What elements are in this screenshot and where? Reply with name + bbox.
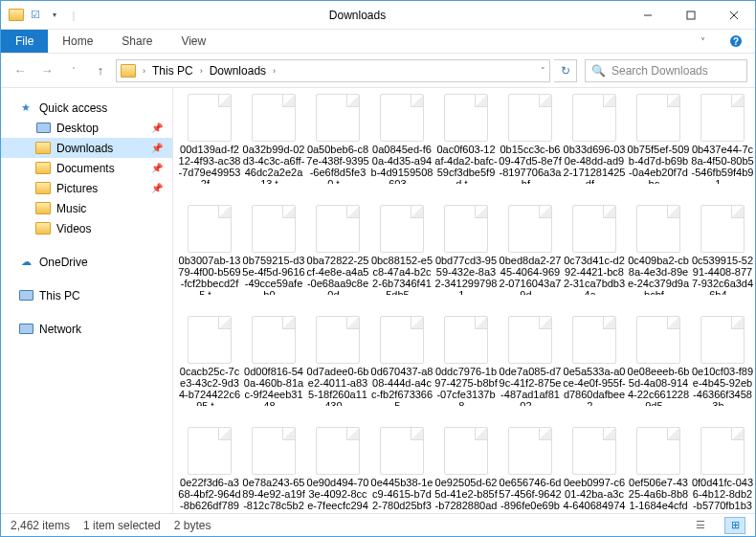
breadcrumb-root[interactable]: This PC (150, 64, 195, 78)
tab-share[interactable]: Share (107, 30, 167, 53)
chevron-right-icon[interactable]: › (197, 66, 206, 76)
file-icon (636, 94, 680, 142)
file-item[interactable]: 0b3007ab-1379-4f00-b569-fcf2bbecd2f5.t..… (179, 205, 240, 295)
sidebar-item-network[interactable]: Network (1, 319, 172, 339)
file-label: 0e5a533a-a0ce-4e0f-955f-d7860dafbee2... (563, 366, 626, 406)
file-item[interactable]: 0d00f816-540a-460b-81ac-9f24eeb3148... (243, 316, 304, 406)
up-button[interactable]: ↑ (89, 59, 112, 82)
view-details-button[interactable]: ☰ (690, 517, 711, 534)
sidebar-item-pictures[interactable]: Pictures📌 (1, 178, 172, 198)
sidebar-item-thispc[interactable]: This PC (1, 285, 172, 305)
tab-view[interactable]: View (167, 30, 220, 53)
file-item[interactable]: 0b15cc3c-b609-47d5-8e7f-8197706a3abf... (500, 94, 561, 184)
file-item[interactable]: 0a50beb6-c87e-438f-9395-6e6f8d5fe30.t... (307, 94, 368, 184)
sidebar-item-videos[interactable]: Videos (1, 218, 172, 238)
file-icon (444, 427, 488, 475)
file-item[interactable]: 0e10cf03-f89e-4b45-92eb-46366f34583b... (692, 316, 753, 406)
sidebar-item-label: Quick access (39, 101, 107, 115)
file-item[interactable]: 0bc88152-e5c8-47a4-b2c2-6b7346f415db5... (371, 205, 433, 295)
file-item[interactable]: 0b75f5ef-509b-4d7d-b69b-0a4eb20f7dbc... (628, 94, 689, 184)
file-label: 0e90d494-703e-4092-8cce-7feecfc29498... (306, 477, 369, 513)
sidebar-item-onedrive[interactable]: ☁OneDrive (1, 252, 172, 272)
file-item[interactable]: 0bd77cd3-9559-432e-8a32-3412997981... (435, 205, 497, 295)
file-item[interactable]: 0ba72822-25cf-4e8e-a4a5-0e68aa9c8e0d... (307, 205, 368, 295)
search-input[interactable]: 🔍 Search Downloads (585, 59, 747, 82)
file-item[interactable]: 0f0d41fc-0436-4b12-8db2-b5770fb1b334... (692, 427, 753, 513)
file-item[interactable]: 0b33d696-030e-48dd-ad92-171281425df... (564, 94, 625, 184)
file-icon (252, 316, 296, 364)
file-item[interactable]: 0de7a085-d79c-41f2-875e-487ad1af8102... (500, 316, 561, 406)
file-item[interactable]: 0d7adee0-6be2-4011-a835-18f260a11430... (307, 316, 368, 406)
file-item[interactable]: 0e22f3d6-a368-4bf2-964d-8b626df789a7.t..… (179, 427, 240, 513)
file-icon (508, 94, 552, 142)
file-icon (700, 427, 745, 475)
file-item[interactable]: 0a32b99d-02d3-4c3c-a6ff-46dc2a2e2a13.t..… (243, 94, 304, 184)
file-item[interactable]: 00d139ad-f212-4f93-ac38-7d79e499532f... (179, 94, 240, 184)
file-label: 0c73d41c-d292-4421-bc82-31ca7bdb34a... (563, 255, 626, 295)
file-label: 0d670437-a808-444d-a4cc-fb2f6733665... (370, 366, 434, 406)
file-item[interactable]: 0c409ba2-cb8a-4e3d-89ee-24c379d9abcbf... (628, 205, 689, 295)
sidebar-item-desktop[interactable]: Desktop📌 (1, 118, 172, 138)
file-item[interactable]: 0a0845ed-f60a-4d35-a94b-4d9159508603... (371, 94, 433, 184)
file-list[interactable]: 00d139ad-f212-4f93-ac38-7d79e499532f...0… (173, 88, 755, 513)
maximize-button[interactable] (669, 1, 712, 29)
file-label: 0e10cf03-f89e-4b45-92eb-46366f34583b... (691, 366, 754, 406)
view-icons-button[interactable]: ⊞ (724, 517, 745, 534)
file-item[interactable]: 0e445b38-1ec9-4615-b7d2-780d25bf347b... (371, 427, 433, 513)
file-item[interactable]: 0e5a533a-a0ce-4e0f-955f-d7860dafbee2... (564, 316, 625, 406)
file-icon (572, 205, 616, 253)
file-icon (188, 205, 232, 253)
folder-icon (121, 64, 136, 78)
recent-dropdown-icon[interactable]: ˅ (62, 59, 85, 82)
file-item[interactable]: 0e92505d-625d-41e2-b85f-b7282880ad31... (435, 427, 497, 513)
file-label: 0b75f5ef-509b-4d7d-b69b-0a4eb20f7dbc... (627, 144, 690, 184)
file-item[interactable]: 0bed8da2-2745-4064-9692-0716043a79d... (500, 205, 561, 295)
sidebar-item-quick-access[interactable]: ★Quick access (1, 98, 172, 118)
file-label: 0e656746-6d57-456f-9642-896fe0e69bed... (499, 477, 562, 513)
file-label: 0a50beb6-c87e-438f-9395-6e6f8d5fe30.t... (306, 144, 369, 184)
file-icon (700, 94, 745, 142)
breadcrumb-folder[interactable]: Downloads (208, 64, 268, 78)
file-item[interactable]: 0d670437-a808-444d-a4cc-fb2f6733665... (371, 316, 433, 406)
file-item[interactable]: 0eeb0997-c601-42ba-a3c4-6406849742e3... (564, 427, 625, 513)
file-label: 0e445b38-1ec9-4615-b7d2-780d25bf347b... (370, 477, 434, 513)
chevron-right-icon[interactable]: › (140, 66, 148, 76)
address-dropdown-icon[interactable]: ˅ (541, 66, 545, 76)
file-item[interactable]: 0e656746-6d57-456f-9642-896fe0e69bed... (500, 427, 561, 513)
tab-file[interactable]: File (1, 30, 48, 53)
file-item[interactable]: 0e78a243-6589-4e92-a19f-812c78c5b2ec... (243, 427, 304, 513)
minimize-button[interactable] (626, 1, 669, 29)
file-item[interactable]: 0ac0f603-12af-4da2-bafc-59cf3dbe5f9d.t..… (435, 94, 497, 184)
folder-icon (35, 161, 51, 176)
file-icon (508, 205, 552, 253)
file-item[interactable]: 0e08eeeb-6b5d-4a08-9144-22c6612289d5... (628, 316, 689, 406)
file-icon (188, 427, 232, 475)
chevron-right-icon[interactable]: › (270, 66, 278, 76)
file-item[interactable]: 0b759215-d35e-4f5d-9616-49cce59afeb0... (243, 205, 304, 295)
file-label: 0c409ba2-cb8a-4e3d-89ee-24c379d9abcbf... (627, 255, 690, 295)
properties-icon[interactable]: ☑ (28, 8, 43, 23)
sidebar-item-downloads[interactable]: Downloads📌 (1, 138, 172, 158)
help-button[interactable]: ? (717, 30, 755, 53)
file-item[interactable]: 0b437e44-7c8a-4f50-80b5-546fb59f4b91... (692, 94, 753, 184)
close-button[interactable] (712, 1, 755, 29)
ribbon-expand-icon[interactable]: ˅ (688, 30, 717, 53)
file-item[interactable]: 0c539915-5291-4408-8777-932c6a3d46b4... (692, 205, 753, 295)
file-item[interactable]: 0cacb25c-7ce3-43c2-9d34-b724422c695.t... (179, 316, 240, 406)
qat-dropdown-icon[interactable]: ▾ (47, 8, 62, 23)
file-icon (636, 427, 680, 475)
file-item[interactable]: 0c73d41c-d292-4421-bc82-31ca7bdb34a... (564, 205, 625, 295)
file-icon (700, 205, 745, 253)
sidebar-item-label: Downloads (56, 142, 113, 155)
breadcrumb[interactable]: › This PC › Downloads › ˅ (116, 59, 550, 82)
refresh-button[interactable]: ↻ (554, 59, 577, 82)
sidebar-item-documents[interactable]: Documents📌 (1, 158, 172, 178)
tab-home[interactable]: Home (48, 30, 107, 53)
file-item[interactable]: 0ddc7976-1b97-4275-b8bf-07cfe3137b8... (435, 316, 497, 406)
ribbon: File Home Share View ˅ ? (1, 30, 755, 54)
file-item[interactable]: 0e90d494-703e-4092-8cce-7feecfc29498... (307, 427, 368, 513)
forward-button[interactable]: → (35, 59, 58, 82)
back-button[interactable]: ← (9, 59, 32, 82)
sidebar-item-music[interactable]: Music (1, 198, 172, 218)
file-item[interactable]: 0ef506e7-4325-4a6b-8b81-1684e4cfd143... (628, 427, 689, 513)
